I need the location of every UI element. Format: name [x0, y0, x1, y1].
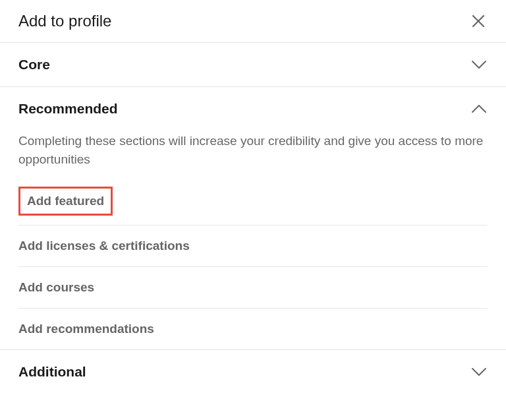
section-recommended-title: Recommended: [18, 101, 118, 117]
option-add-featured[interactable]: Add featured: [18, 187, 113, 216]
option-label: Add featured: [27, 194, 104, 208]
section-recommended-body: Completing these sections will increase …: [0, 131, 506, 349]
option-label: Add courses: [18, 280, 94, 294]
chevron-down-icon: [470, 363, 488, 380]
modal-title: Add to profile: [18, 12, 111, 30]
option-add-courses[interactable]: Add courses: [18, 267, 488, 309]
section-core-header[interactable]: Core: [0, 43, 506, 87]
section-recommended-description: Completing these sections will increase …: [18, 131, 488, 180]
modal-header: Add to profile: [0, 0, 506, 43]
option-add-licenses[interactable]: Add licenses & certifications: [18, 225, 488, 267]
section-core-title: Core: [18, 57, 50, 73]
section-additional-header[interactable]: Additional: [0, 349, 506, 394]
chevron-up-icon: [470, 100, 488, 117]
section-recommended-header[interactable]: Recommended: [0, 87, 506, 131]
option-label: Add recommendations: [18, 322, 154, 336]
close-icon: [470, 13, 486, 29]
close-button[interactable]: [469, 12, 488, 30]
option-add-recommendations[interactable]: Add recommendations: [18, 309, 488, 349]
option-label: Add licenses & certifications: [18, 239, 190, 253]
chevron-down-icon: [470, 56, 488, 73]
section-additional-title: Additional: [18, 364, 86, 380]
